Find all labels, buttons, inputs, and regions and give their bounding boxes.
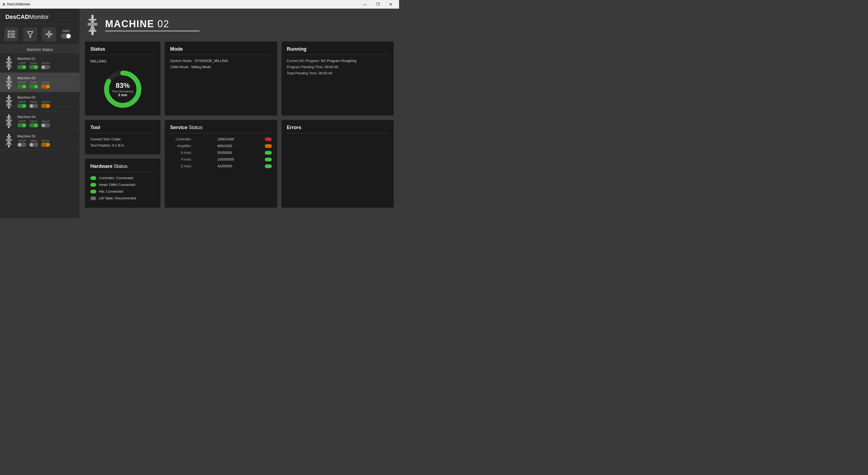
hardware-title-bold: Hardware	[90, 164, 113, 169]
control-status-machine-03: Status	[29, 101, 38, 108]
hw-dot	[90, 183, 96, 187]
toggle-green[interactable]	[29, 123, 38, 128]
svg-rect-26	[7, 84, 11, 86]
tool-row: Tool Position: A:1 B:A	[90, 143, 155, 147]
machine-icon-machine-01	[3, 56, 14, 70]
toggle-gray[interactable]	[41, 123, 50, 128]
toggle-gray[interactable]	[29, 104, 38, 108]
minimize-button[interactable]: —	[359, 0, 371, 9]
svg-rect-46	[6, 125, 12, 126]
title-underline	[105, 31, 199, 31]
machine-info-machine-01: Machine 01 On/Off Status Service	[17, 57, 76, 69]
svg-rect-63	[91, 32, 94, 35]
svg-rect-21	[8, 76, 10, 78]
svg-rect-47	[8, 126, 10, 128]
control-onoff-machine-03: On/Off	[17, 101, 26, 108]
svg-rect-56	[8, 145, 10, 147]
tool-rows: Current Tool: CutterTool Position: A:1 B…	[90, 137, 155, 147]
svg-rect-62	[89, 30, 96, 32]
running-row: Total Pending Time: 00:02:40	[287, 71, 389, 75]
machine-controls-machine-05: On/Off Status Service	[17, 139, 76, 147]
toggle-gray[interactable]	[41, 65, 50, 69]
app-icon: 🖥	[2, 2, 5, 6]
toggle-gray[interactable]	[29, 142, 38, 147]
machine-name-machine-04: Machine 04	[17, 115, 76, 119]
toggle-orange[interactable]	[41, 142, 50, 147]
machine-name-machine-03: Machine 03	[17, 95, 76, 99]
service-card: Service Status Controller:1000/1000Ampli…	[165, 120, 277, 208]
svg-rect-20	[8, 67, 10, 69]
svg-rect-13	[7, 59, 11, 60]
svg-rect-30	[8, 95, 10, 97]
svg-rect-24	[6, 80, 12, 82]
status-card: Status MILLING 83% Time Remaining 3 min	[85, 41, 160, 115]
toggle-green[interactable]	[29, 84, 38, 89]
dark-mode-toggle[interactable]: DARK	[61, 30, 71, 39]
hw-dot	[90, 196, 96, 200]
svg-rect-4	[10, 36, 15, 38]
svg-rect-48	[8, 134, 10, 136]
machine-name-machine-02: Machine 02	[17, 76, 76, 80]
svg-rect-28	[6, 86, 12, 87]
machine-icon-machine-02	[3, 75, 14, 90]
control-service-machine-03: Service	[41, 101, 50, 108]
toggle-gray[interactable]	[17, 142, 26, 147]
hardware-card-title: Hardware Status	[90, 164, 155, 172]
dark-mode-label: DARK	[62, 30, 70, 33]
hardware-title-light: Status	[113, 164, 128, 169]
toggle-green[interactable]	[17, 84, 26, 89]
sidebar-item-machine-04[interactable]: Machine 04 On/Off Status Service	[0, 111, 80, 131]
machine-info-machine-02: Machine 02 On/Off Status Service	[17, 76, 76, 89]
hardware-card: Hardware Status Controller: ConnectedHea…	[85, 159, 160, 208]
svg-rect-52	[7, 141, 10, 142]
hw-dot	[90, 190, 96, 194]
sidebar: DesCАDMonitor	[0, 9, 80, 218]
service-title-bold: Service	[170, 125, 187, 130]
mode-card: Mode System Mode: SYSMODE_MILLINGCMM Mod…	[165, 41, 277, 115]
mode-row: CMM Mode: Milling Mode	[170, 65, 272, 69]
svg-rect-31	[7, 97, 11, 98]
machine-controls-machine-02: On/Off Status Service	[17, 81, 76, 89]
toggle-green[interactable]	[17, 123, 26, 128]
top-cards-row: Status MILLING 83% Time Remaining 3 min	[85, 41, 394, 115]
toggle-orange[interactable]	[41, 104, 50, 108]
page-title-num: 02	[154, 18, 169, 29]
close-button[interactable]: ✕	[384, 0, 397, 9]
logo-bold: DesCАD	[5, 13, 29, 20]
control-onoff-machine-05: On/Off	[17, 139, 26, 147]
hw-row: Htx: Connected	[90, 190, 155, 194]
svg-line-6	[28, 32, 30, 36]
maximize-button[interactable]: ❐	[372, 0, 384, 9]
toggle-orange[interactable]	[41, 84, 50, 89]
page-title: MACHINE 02	[105, 18, 199, 30]
svc-row: Y-Axis:100/50000	[170, 157, 272, 161]
machine-name-machine-05: Machine 05	[17, 134, 76, 138]
settings-icon[interactable]	[42, 27, 56, 41]
sidebar-item-machine-02[interactable]: Machine 02 On/Off Status Service	[0, 73, 80, 92]
sidebar-item-machine-01[interactable]: Machine 01 On/Off Status Service	[0, 53, 80, 73]
machine-status-header: Machine Status	[0, 45, 80, 53]
svg-rect-0	[7, 30, 11, 33]
machine-list: Machine 01 On/Off Status Service	[0, 53, 80, 218]
svg-rect-55	[6, 144, 12, 145]
mode-card-title: Mode	[170, 46, 272, 55]
sidebar-item-machine-05[interactable]: Machine 05 On/Off Status Service	[0, 131, 80, 150]
toggle-green[interactable]	[29, 65, 38, 69]
svc-led	[265, 158, 272, 161]
machine-name-machine-01: Machine 01	[17, 57, 76, 61]
control-status-machine-04: Status	[29, 120, 38, 128]
toggle-green[interactable]	[17, 104, 26, 108]
filter-icon[interactable]	[23, 27, 37, 41]
svc-row: Amplifier:800/1000	[170, 144, 272, 148]
control-onoff-machine-01: On/Off	[17, 62, 26, 69]
sidebar-item-machine-03[interactable]: Machine 03 On/Off Status Service	[0, 92, 80, 111]
toggle-green[interactable]	[17, 65, 26, 69]
service-card-title: Service Status	[170, 125, 272, 133]
running-card: Running Current NC Program: NC Program R…	[281, 41, 394, 115]
svg-rect-2	[7, 33, 10, 38]
svg-rect-39	[8, 114, 10, 117]
svg-rect-61	[90, 28, 95, 30]
svg-rect-44	[7, 123, 11, 124]
machine-info-machine-04: Machine 04 On/Off Status Service	[17, 115, 76, 128]
dashboard-icon[interactable]	[4, 27, 18, 41]
